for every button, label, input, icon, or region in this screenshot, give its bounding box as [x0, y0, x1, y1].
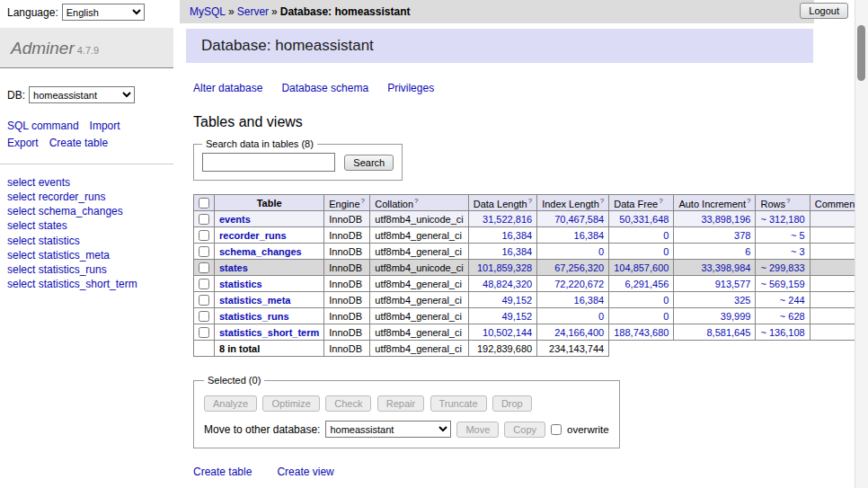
rows-count-link[interactable]: ~ 5: [791, 230, 805, 241]
check-button[interactable]: Check: [325, 395, 371, 412]
data-length-link[interactable]: 49,152: [501, 295, 532, 306]
rows-count-link[interactable]: ~ 3: [791, 246, 805, 257]
rows-count-link[interactable]: ~ 299,833: [760, 262, 804, 273]
move-button[interactable]: Move: [456, 421, 499, 438]
sidebar-link-create-table[interactable]: Create table: [49, 137, 108, 149]
data-length-link[interactable]: 10,502,144: [483, 327, 532, 338]
repair-button[interactable]: Repair: [377, 395, 424, 412]
data-length-link[interactable]: 16,384: [501, 230, 532, 241]
table-name-link[interactable]: statistics_meta: [219, 295, 291, 306]
privileges-link[interactable]: Privileges: [387, 82, 434, 94]
data-length-link[interactable]: 101,859,328: [477, 262, 532, 273]
data-free-link[interactable]: 6,291,456: [624, 279, 669, 289]
sidebar-link-select-recorder-runs[interactable]: select recorder_runs: [7, 191, 105, 203]
rows-count-link[interactable]: ~ 244: [780, 295, 805, 306]
optimize-button[interactable]: Optimize: [262, 395, 319, 412]
move-db-select[interactable]: homeassistant: [325, 421, 451, 438]
drop-button[interactable]: Drop: [492, 395, 532, 412]
vertical-scrollbar[interactable]: [855, 0, 868, 488]
create-view-link[interactable]: Create view: [277, 466, 333, 478]
sidebar-link-select-schema-changes[interactable]: select schema_changes: [7, 205, 123, 217]
auto-increment-link[interactable]: 8,581,645: [707, 327, 751, 338]
row-checkbox[interactable]: [199, 295, 209, 306]
index-length-link[interactable]: 16,384: [574, 230, 605, 241]
language-select[interactable]: English: [62, 4, 145, 21]
data-length-link[interactable]: 31,522,816: [483, 214, 532, 225]
scrollbar-thumb[interactable]: [857, 25, 865, 81]
table-name-link[interactable]: recorder_runs: [219, 230, 287, 241]
breadcrumb-mysql-link[interactable]: MySQL: [190, 5, 226, 18]
auto-increment-link[interactable]: 325: [734, 295, 750, 306]
row-checkbox[interactable]: [199, 230, 209, 241]
sidebar-link-select-states[interactable]: select states: [7, 219, 67, 232]
truncate-button[interactable]: Truncate: [430, 395, 487, 412]
select-all-checkbox[interactable]: [199, 198, 209, 209]
auto-increment-link[interactable]: 378: [734, 230, 750, 241]
help-link[interactable]: ?: [361, 197, 365, 205]
data-free-link[interactable]: 188,743,680: [614, 327, 669, 338]
index-length-link[interactable]: 24,166,400: [554, 327, 604, 338]
auto-increment-link[interactable]: 33,898,196: [701, 214, 750, 225]
index-length-link[interactable]: 0: [598, 311, 604, 322]
rows-count-link[interactable]: ~ 312,180: [760, 214, 804, 225]
table-name-link[interactable]: statistics: [219, 279, 262, 289]
index-length-link[interactable]: 0: [598, 246, 604, 257]
help-link[interactable]: ?: [786, 197, 790, 205]
data-free-link[interactable]: 0: [663, 311, 669, 322]
alter-database-link[interactable]: Alter database: [193, 82, 262, 94]
auto-increment-link[interactable]: 33,398,984: [701, 262, 750, 273]
help-link[interactable]: ?: [659, 197, 662, 205]
sidebar-link-select-events[interactable]: select events: [7, 176, 70, 189]
sidebar-link-export[interactable]: Export: [7, 137, 39, 149]
table-name-link[interactable]: events: [219, 214, 251, 225]
help-link[interactable]: ?: [528, 197, 532, 205]
table-name-link[interactable]: statistics_runs: [219, 311, 289, 322]
help-link[interactable]: ?: [414, 197, 418, 205]
rows-count-link[interactable]: ~ 136,108: [760, 327, 804, 338]
overwrite-checkbox[interactable]: [551, 424, 562, 435]
data-length-link[interactable]: 16,384: [501, 246, 532, 257]
help-link[interactable]: ?: [600, 197, 604, 205]
data-free-link[interactable]: 0: [663, 295, 669, 306]
rows-count-link[interactable]: ~ 569,159: [760, 279, 804, 289]
create-table-link[interactable]: Create table: [193, 466, 252, 478]
index-length-link[interactable]: 72,220,672: [554, 279, 604, 289]
data-free-link[interactable]: 104,857,600: [614, 262, 669, 273]
help-link[interactable]: ?: [747, 197, 750, 205]
auto-increment-link[interactable]: 6: [745, 246, 750, 257]
data-free-link[interactable]: 50,331,648: [619, 214, 669, 225]
search-button[interactable]: Search: [344, 155, 394, 171]
sidebar-link-select-statistics-runs[interactable]: select statistics_runs: [7, 263, 107, 276]
search-input[interactable]: [202, 153, 335, 172]
sidebar-link-select-statistics-short-term[interactable]: select statistics_short_term: [7, 278, 137, 290]
analyze-button[interactable]: Analyze: [204, 395, 257, 412]
row-checkbox[interactable]: [199, 214, 209, 225]
logout-button[interactable]: Logout: [800, 3, 848, 19]
auto-increment-link[interactable]: 913,577: [715, 279, 751, 289]
index-length-link[interactable]: 16,384: [574, 295, 605, 306]
sidebar-link-select-statistics[interactable]: select statistics: [7, 235, 80, 247]
data-free-link[interactable]: 0: [663, 246, 669, 257]
data-length-link[interactable]: 49,152: [501, 311, 532, 322]
data-length-link[interactable]: 48,824,320: [483, 279, 532, 289]
sidebar-link-import[interactable]: Import: [90, 120, 120, 132]
row-checkbox[interactable]: [199, 262, 209, 273]
db-select[interactable]: homeassistant: [29, 86, 135, 103]
sidebar-link-select-statistics-meta[interactable]: select statistics_meta: [7, 249, 110, 262]
index-length-link[interactable]: 70,467,584: [554, 214, 604, 225]
table-name-link[interactable]: states: [219, 262, 248, 273]
auto-increment-link[interactable]: 39,999: [721, 311, 751, 322]
row-checkbox[interactable]: [199, 279, 209, 289]
sidebar-link-sql-command[interactable]: SQL command: [7, 120, 79, 132]
breadcrumb-server-link[interactable]: Server: [237, 5, 269, 18]
rows-count-link[interactable]: ~ 628: [780, 311, 805, 322]
copy-button[interactable]: Copy: [504, 421, 545, 438]
database-schema-link[interactable]: Database schema: [281, 82, 368, 94]
row-checkbox[interactable]: [199, 246, 209, 257]
table-name-link[interactable]: schema_changes: [219, 246, 302, 257]
row-checkbox[interactable]: [199, 311, 209, 322]
data-free-link[interactable]: 0: [663, 230, 669, 241]
index-length-link[interactable]: 67,256,320: [554, 262, 604, 273]
app-name[interactable]: Adminer: [11, 39, 75, 58]
row-checkbox[interactable]: [199, 327, 209, 338]
